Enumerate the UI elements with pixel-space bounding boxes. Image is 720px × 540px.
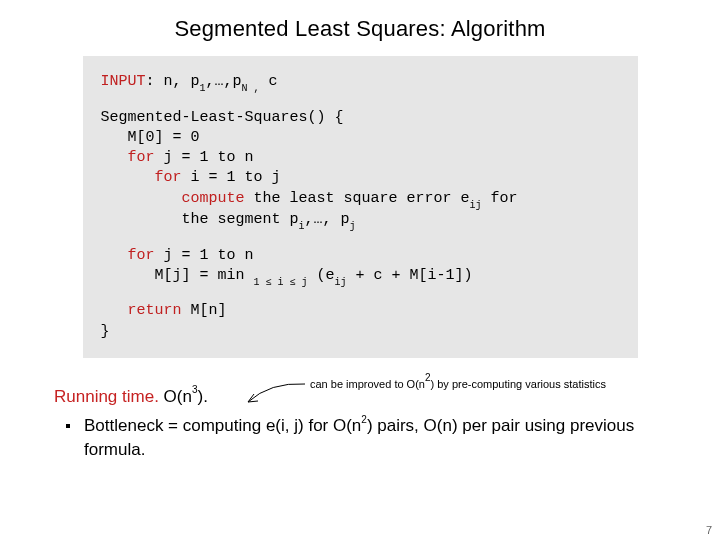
bottleneck-line: Bottleneck = computing e(i, j) for O(n2)…	[54, 414, 690, 462]
code-fn-decl: Segmented-Least-Squares() {	[101, 108, 620, 128]
keyword-compute: compute	[182, 190, 245, 207]
code-for-j1: for j = 1 to n	[101, 148, 620, 168]
slide-title: Segmented Least Squares: Algorithm	[30, 16, 690, 42]
code-close: }	[101, 322, 620, 342]
keyword-for: for	[128, 247, 155, 264]
keyword-input: INPUT	[101, 73, 146, 90]
code-for-j2: for j = 1 to n	[101, 246, 620, 266]
keyword-return: return	[128, 302, 182, 319]
algorithm-codebox: INPUT: n, p1,…,pN , c Segmented-Least-Sq…	[83, 56, 638, 358]
page-number: 7	[706, 524, 712, 536]
code-m0: M[0] = 0	[101, 128, 620, 148]
code-segment-line: the segment pi,…, pj	[101, 210, 620, 232]
notes-area: can be improved to O(n2) by pre-computin…	[30, 386, 690, 462]
improvement-note: can be improved to O(n2) by pre-computin…	[310, 374, 606, 390]
code-for-i: for i = 1 to j	[101, 168, 620, 188]
slide: Segmented Least Squares: Algorithm INPUT…	[0, 0, 720, 540]
code-compute-line: compute the least square error eij for	[101, 189, 620, 211]
running-time-label: Running time.	[54, 386, 159, 405]
keyword-for: for	[128, 149, 155, 166]
code-return: return M[n]	[101, 301, 620, 321]
code-mj: M[j] = min 1 ≤ i ≤ j (eij + c + M[i-1])	[101, 266, 620, 288]
code-input-line: INPUT: n, p1,…,pN , c	[101, 72, 620, 94]
keyword-for: for	[155, 169, 182, 186]
